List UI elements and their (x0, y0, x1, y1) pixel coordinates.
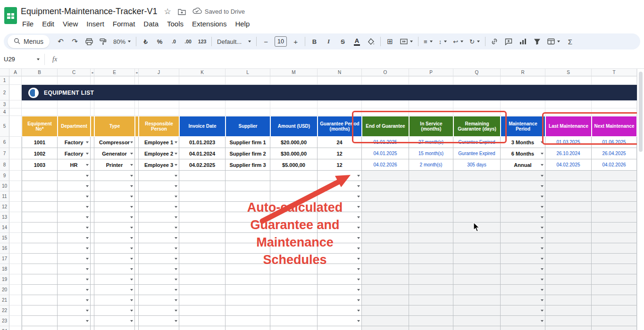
dropdown-icon[interactable] (130, 216, 133, 218)
cell-T22[interactable] (592, 305, 637, 316)
cell-Q7[interactable]: Gurantee Expired (453, 148, 501, 159)
cell-H124[interactable] (91, 326, 94, 330)
cell-H220[interactable] (135, 285, 139, 295)
dropdown-icon[interactable] (175, 310, 177, 312)
cell-M7[interactable]: $30.000,00 (270, 148, 318, 159)
cell-N20[interactable] (318, 285, 362, 295)
cell-S11[interactable] (545, 191, 592, 202)
cell-T20[interactable] (592, 285, 637, 295)
create-filter-button[interactable] (530, 35, 544, 48)
cell-R20[interactable] (501, 285, 545, 295)
cell-S10[interactable] (545, 181, 592, 191)
dropdown-icon[interactable] (86, 279, 89, 280)
dropdown-icon[interactable] (175, 206, 177, 208)
format-percent-button[interactable]: % (153, 35, 167, 48)
cell-S24[interactable] (545, 326, 592, 330)
dropdown-icon[interactable] (175, 258, 177, 260)
scrollbar-thumb[interactable] (639, 72, 643, 152)
vertical-align-button[interactable]: ↕ (436, 35, 450, 48)
dropdown-icon[interactable] (175, 289, 177, 291)
dropdown-icon[interactable] (357, 185, 360, 187)
cell-E24[interactable] (94, 326, 135, 330)
row-header-23[interactable]: 23 (0, 316, 9, 326)
dropdown-icon[interactable] (86, 268, 89, 270)
cell-O9[interactable] (362, 171, 409, 181)
row-header-17[interactable]: 17 (0, 254, 9, 264)
sheets-logo-icon[interactable] (4, 7, 17, 24)
cell-C9[interactable] (58, 171, 91, 181)
cell-H111[interactable] (91, 191, 94, 202)
cell-J16[interactable] (139, 243, 179, 254)
cell-P16[interactable] (409, 243, 453, 254)
text-rotate-button[interactable]: ↻ (467, 35, 483, 48)
cell-M20[interactable] (270, 285, 318, 295)
dropdown-icon[interactable] (86, 164, 89, 166)
column-header-L[interactable]: L (226, 69, 270, 76)
row-header-4[interactable]: 4 (0, 108, 9, 116)
print-button[interactable] (82, 35, 96, 48)
cell-R19[interactable] (501, 274, 545, 285)
row-header-16[interactable]: 16 (0, 243, 9, 254)
spreadsheet-grid[interactable]: EQUIPMENT LIST Auto-calculated Guarantee… (0, 69, 644, 330)
cell-H224[interactable] (135, 326, 139, 330)
cell-B24[interactable] (22, 326, 58, 330)
cell-R12[interactable] (501, 202, 545, 212)
row-header-7[interactable]: 7 (0, 148, 9, 159)
row-header-13[interactable]: 13 (0, 212, 9, 223)
cell-N8[interactable]: 12 (318, 159, 362, 171)
dropdown-icon[interactable] (175, 141, 177, 143)
cell-N21[interactable] (318, 295, 362, 305)
table-header-hidden[interactable] (91, 116, 94, 137)
column-header-N[interactable]: N (318, 69, 362, 76)
cell-O20[interactable] (362, 285, 409, 295)
table-header-hidden[interactable] (135, 116, 139, 137)
dropdown-icon[interactable] (130, 185, 133, 187)
cell-C6[interactable]: Factory (58, 137, 91, 148)
redo-button[interactable]: ↷ (68, 35, 82, 48)
cell-P22[interactable] (409, 305, 453, 316)
column-header-E[interactable]: E (94, 69, 135, 76)
cell-O22[interactable] (362, 305, 409, 316)
cell-Q17[interactable] (453, 254, 501, 264)
cell-H219[interactable] (135, 274, 139, 285)
cell-Q16[interactable] (453, 243, 501, 254)
dropdown-icon[interactable] (86, 185, 89, 187)
cell-H113[interactable] (91, 212, 94, 223)
cell-E6[interactable]: Compressor (94, 137, 135, 148)
column-header-Q[interactable]: Q (453, 69, 501, 76)
cell-L23[interactable] (226, 316, 270, 326)
cell-H122[interactable] (91, 305, 94, 316)
cell-J6[interactable]: Employee 1 (139, 137, 179, 148)
dropdown-icon[interactable] (175, 268, 177, 270)
cell-L6[interactable]: Supplier firm 1 (226, 137, 270, 148)
dropdown-icon[interactable] (541, 268, 544, 270)
cell-Q13[interactable] (453, 212, 501, 223)
menu-extensions[interactable]: Extensions (188, 19, 231, 29)
cell-J15[interactable] (139, 233, 179, 243)
row-header-8[interactable]: 8 (0, 159, 9, 171)
cell-T11[interactable] (592, 191, 637, 202)
zoom-select[interactable]: 80% (110, 35, 134, 48)
cell-B23[interactable] (22, 316, 58, 326)
dropdown-icon[interactable] (541, 279, 544, 280)
cell-E21[interactable] (94, 295, 135, 305)
cell-J22[interactable] (139, 305, 179, 316)
fill-color-button[interactable] (364, 35, 378, 48)
row-header-21[interactable]: 21 (0, 295, 9, 305)
cell-N10[interactable] (318, 181, 362, 191)
cell-E13[interactable] (94, 212, 135, 223)
cell-S12[interactable] (545, 202, 592, 212)
cell-C10[interactable] (58, 181, 91, 191)
dropdown-icon[interactable] (175, 299, 177, 301)
column-header-A[interactable]: A (9, 69, 22, 76)
borders-button[interactable]: ⊞ (383, 35, 397, 48)
cell-C15[interactable] (58, 233, 91, 243)
dropdown-icon[interactable] (541, 289, 544, 291)
cell-H215[interactable] (135, 233, 139, 243)
cell-H222[interactable] (135, 305, 139, 316)
cell-H119[interactable] (91, 274, 94, 285)
cell-S8[interactable]: 04.02.2025 (545, 159, 592, 171)
cell-J21[interactable] (139, 295, 179, 305)
column-header-T[interactable]: T (592, 69, 637, 76)
cell-P12[interactable] (409, 202, 453, 212)
